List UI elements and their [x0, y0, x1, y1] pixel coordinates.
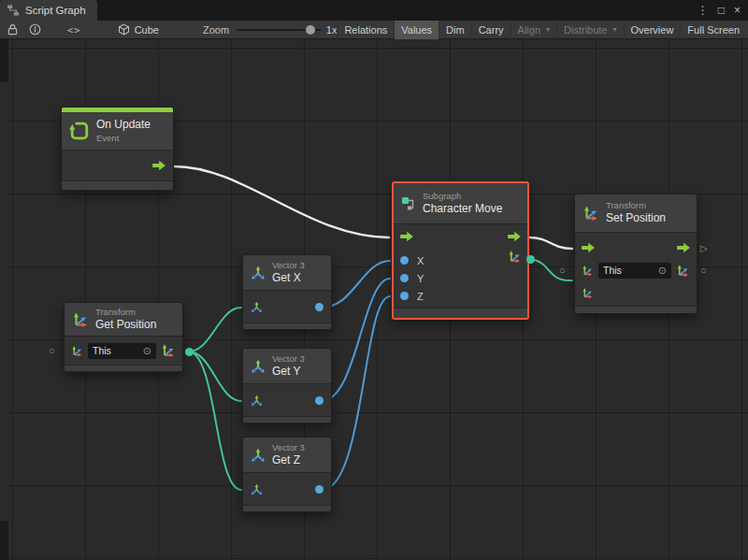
- node-header[interactable]: Transform Set Position: [575, 194, 697, 233]
- flow-in-port[interactable]: [581, 242, 596, 253]
- align-button[interactable]: Align ▾: [511, 21, 556, 39]
- node-body: This ⊙: [575, 233, 697, 306]
- code-preview-button[interactable]: <>: [62, 21, 87, 39]
- wire-getposition-to-gety[interactable]: [189, 352, 241, 401]
- setposition-this-port[interactable]: ○: [559, 266, 566, 276]
- node-get-y[interactable]: Vector 3 Get Y: [242, 348, 332, 424]
- float-output-port[interactable]: [315, 396, 324, 405]
- flow-out-port[interactable]: [151, 160, 166, 171]
- this-object-value: This: [93, 345, 111, 356]
- graph-target-button[interactable]: Cube: [111, 21, 165, 39]
- node-body: [62, 151, 173, 180]
- window-menu-icon[interactable]: ⋮: [698, 5, 709, 16]
- overview-button[interactable]: Overview: [624, 21, 681, 39]
- node-body: This ⊙: [65, 337, 182, 365]
- node-footer: [243, 323, 331, 329]
- on-update-event-icon: [69, 121, 90, 141]
- inspect-button[interactable]: [23, 21, 47, 39]
- node-get-z[interactable]: Vector 3 Get Z: [242, 437, 332, 512]
- port-row-z: Z: [394, 287, 527, 305]
- this-port-row: This ⊙: [575, 259, 697, 281]
- port-label: Y: [417, 273, 424, 284]
- vector3-icon: [251, 359, 266, 374]
- values-button[interactable]: Values: [394, 21, 439, 39]
- node-titles: Vector 3 Get Z: [272, 442, 305, 468]
- object-picker-icon[interactable]: ⊙: [658, 266, 667, 276]
- node-header[interactable]: Vector 3 Get Y: [243, 349, 331, 384]
- vector3-input-port-icon[interactable]: [582, 287, 594, 299]
- setposition-flow-out-port[interactable]: ▷: [700, 244, 708, 253]
- getposition-output-port[interactable]: [185, 348, 194, 356]
- node-get-position[interactable]: Transform Get Position This ⊙: [64, 302, 183, 372]
- x-input-port[interactable]: [400, 256, 409, 265]
- info-icon: [29, 23, 41, 36]
- relations-button[interactable]: Relations: [337, 21, 394, 39]
- z-input-port[interactable]: [400, 292, 409, 300]
- transform-output-icon[interactable]: [676, 264, 690, 278]
- graph-target-label: Cube: [135, 24, 159, 36]
- transform-port-icon[interactable]: [71, 345, 83, 357]
- port-label: Z: [417, 291, 424, 302]
- flow-port-row: [394, 224, 527, 249]
- wire-charactermove-to-setposition-value[interactable]: [530, 259, 572, 280]
- this-object-field[interactable]: This ⊙: [88, 343, 156, 359]
- this-object-value: This: [603, 265, 622, 276]
- node-header[interactable]: Subgraph Character Move: [394, 183, 527, 224]
- flow-out-port[interactable]: [676, 242, 691, 253]
- getposition-this-port[interactable]: ○: [49, 346, 55, 356]
- script-graph-window: Script Graph ⋮ □ × <> Cube Zoom 1x Relat…: [0, 0, 748, 560]
- lock-button[interactable]: [2, 21, 23, 39]
- vector3-output-icon[interactable]: [508, 250, 522, 264]
- node-get-x[interactable]: Vector 3 Get X: [242, 254, 332, 330]
- node-header[interactable]: Transform Get Position: [65, 303, 182, 337]
- node-title: Get Z: [272, 453, 305, 468]
- node-header[interactable]: On Update Event: [62, 112, 173, 151]
- object-picker-icon[interactable]: ⊙: [143, 346, 151, 356]
- vector3-output-icon[interactable]: [161, 343, 176, 358]
- node-character-move[interactable]: Subgraph Character Move X: [392, 181, 529, 320]
- node-titles: Vector 3 Get X: [272, 260, 305, 286]
- graph-canvas[interactable]: ○ ○ ▷ ○ On Update Event Tran: [0, 39, 748, 560]
- carry-button[interactable]: Carry: [471, 21, 511, 39]
- node-subtitle: Transform: [606, 200, 666, 211]
- transform-icon: [72, 311, 89, 328]
- wire-getposition-to-getz[interactable]: [189, 352, 241, 490]
- float-output-port[interactable]: [315, 303, 324, 311]
- zoom-slider[interactable]: [237, 21, 321, 39]
- zoom-value: 1x: [326, 24, 338, 36]
- transform-port-icon[interactable]: [582, 265, 594, 277]
- flow-out-port[interactable]: [507, 231, 522, 242]
- flow-in-port[interactable]: [399, 231, 414, 242]
- node-titles: On Update Event: [96, 118, 151, 144]
- node-title: Get Position: [95, 318, 156, 333]
- float-output-port[interactable]: [315, 485, 324, 494]
- this-object-field[interactable]: This ⊙: [598, 263, 671, 279]
- node-set-position[interactable]: Transform Set Position This ⊙: [574, 194, 698, 314]
- vector3-input-port-icon[interactable]: [251, 301, 263, 313]
- close-icon[interactable]: ×: [734, 5, 741, 16]
- vector3-input-port-icon[interactable]: [251, 483, 263, 495]
- setposition-value-out-port[interactable]: ○: [700, 266, 707, 276]
- node-header[interactable]: Vector 3 Get Z: [243, 438, 331, 473]
- node-title: Character Move: [423, 202, 502, 217]
- wire-getposition-to-getx[interactable]: [189, 308, 241, 352]
- wire-onupdate-to-charactermove[interactable]: [174, 166, 389, 237]
- charactermove-value-output-port[interactable]: [526, 255, 535, 264]
- port-row-y: Y: [394, 269, 527, 287]
- vector3-input-port-icon[interactable]: [251, 395, 263, 407]
- lock-icon: [7, 23, 18, 36]
- dim-button[interactable]: Dim: [439, 21, 471, 39]
- y-input-port[interactable]: [400, 274, 409, 282]
- maximize-icon[interactable]: □: [718, 5, 725, 16]
- node-title: Get X: [272, 271, 305, 286]
- wire-charactermove-to-setposition[interactable]: [529, 237, 572, 249]
- fullscreen-button[interactable]: Full Screen: [680, 21, 746, 39]
- node-on-update[interactable]: On Update Event: [61, 107, 174, 191]
- node-header[interactable]: Vector 3 Get X: [243, 255, 331, 291]
- tab-script-graph[interactable]: Script Graph: [0, 0, 97, 21]
- window-controls: ⋮ □ ×: [698, 0, 748, 21]
- zoom-slider-handle[interactable]: [306, 25, 315, 35]
- distribute-button[interactable]: Distribute ▾: [556, 21, 623, 39]
- value-port-row: [575, 281, 697, 304]
- script-graph-icon: [7, 4, 20, 17]
